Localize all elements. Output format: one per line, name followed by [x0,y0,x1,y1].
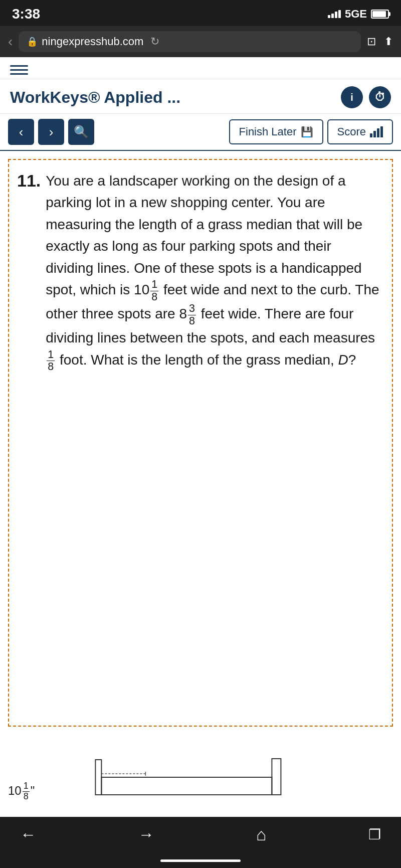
next-icon: › [49,124,54,140]
finish-later-label: Finish Later [239,125,297,138]
bottom-home-button[interactable]: ⌂ [256,825,267,844]
diagram-area: 1018" [8,745,393,817]
url-text: ningexpresshub.com [42,35,143,48]
info-icon: i [350,92,353,103]
header-icons: i ⏱ [341,86,391,108]
bottom-windows-button[interactable]: ❐ [368,826,381,843]
bottom-forward-icon: → [138,825,154,843]
refresh-icon[interactable]: ↻ [150,35,159,48]
menu-button[interactable] [10,65,28,75]
question-text: You are a landscaper working on the desi… [46,170,380,373]
svg-rect-0 [96,760,102,795]
status-bar: 3:38 5GE [0,0,401,26]
toolbar: ‹ › 🔍 Finish Later 💾 Score [0,114,401,151]
search-button[interactable]: 🔍 [68,119,94,145]
finish-later-button[interactable]: Finish Later 💾 [229,119,323,144]
bottom-bar: ← → ⌂ ❐ [0,817,401,859]
timer-icon: ⏱ [374,91,385,104]
network-type: 5GE [345,8,367,21]
diagram-label: 1018" [8,781,35,812]
timer-button[interactable]: ⏱ [369,86,391,108]
top-nav [0,57,401,79]
app-header: WorkKeys® Applied ... i ⏱ [0,79,401,114]
next-button[interactable]: › [38,119,64,145]
status-indicators: 5GE [328,8,389,21]
info-button[interactable]: i [341,86,363,108]
svg-rect-3 [272,759,281,795]
bottom-forward-button[interactable]: → [138,825,154,844]
browser-bar: ‹ 🔒 ningexpresshub.com ↻ ⊡ ⬆ [0,26,401,57]
bottom-indicator [0,859,401,868]
main-content: WorkKeys® Applied ... i ⏱ ‹ › 🔍 Finish L… [0,57,401,817]
battery-icon [371,10,389,19]
score-button[interactable]: Score [327,119,393,144]
bottom-home-icon: ⌂ [256,825,267,844]
browser-actions: ⊡ ⬆ [367,35,393,48]
score-label: Score [337,125,366,138]
question-area: 11. You are a landscaper working on the … [8,159,393,727]
svg-rect-1 [102,777,272,795]
search-icon: 🔍 [74,125,89,139]
browser-back-button[interactable]: ‹ [8,34,13,50]
lock-icon: 🔒 [27,36,38,47]
bottom-back-button[interactable]: ← [20,825,36,844]
diagram-svg [39,750,393,812]
bottom-windows-icon: ❐ [368,827,381,842]
chart-icon [370,126,383,137]
question-number: 11. [17,171,41,191]
url-bar[interactable]: 🔒 ningexpresshub.com ↻ [19,31,361,52]
home-indicator-bar [160,859,241,862]
app-title: WorkKeys® Applied ... [10,88,180,107]
bottom-back-icon: ← [20,825,36,843]
question-content: 11. You are a landscaper working on the … [17,170,380,373]
time: 3:38 [12,6,40,22]
prev-button[interactable]: ‹ [8,119,34,145]
save-icon: 💾 [301,126,313,138]
signal-icon [328,10,341,18]
bookmark-icon[interactable]: ⊡ [367,35,376,48]
share-icon[interactable]: ⬆ [384,35,393,48]
prev-icon: ‹ [19,124,24,140]
